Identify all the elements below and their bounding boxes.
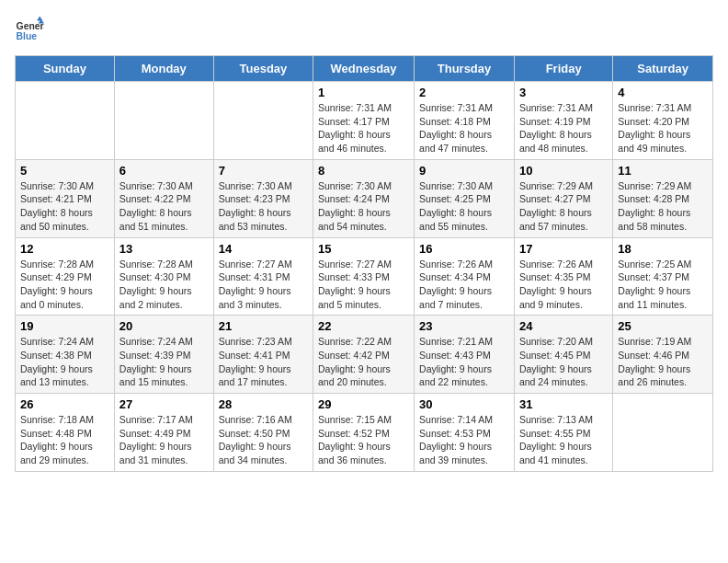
- day-number: 20: [119, 319, 209, 333]
- day-number: 5: [20, 164, 109, 178]
- day-number: 10: [519, 164, 608, 178]
- svg-text:Blue: Blue: [17, 31, 38, 41]
- day-number: 1: [318, 86, 409, 99]
- day-info: Sunrise: 7:28 AM Sunset: 4:29 PM Dayligh…: [20, 258, 109, 312]
- calendar-cell: [16, 82, 115, 160]
- day-info: Sunrise: 7:24 AM Sunset: 4:39 PM Dayligh…: [119, 335, 209, 389]
- day-number: 19: [20, 319, 109, 333]
- day-info: Sunrise: 7:19 AM Sunset: 4:46 PM Dayligh…: [618, 335, 708, 389]
- calendar-body: 1Sunrise: 7:31 AM Sunset: 4:17 PM Daylig…: [16, 82, 713, 472]
- logo-icon: General Blue: [15, 15, 44, 44]
- day-info: Sunrise: 7:26 AM Sunset: 4:34 PM Dayligh…: [419, 258, 509, 312]
- day-number: 30: [419, 397, 509, 411]
- day-info: Sunrise: 7:23 AM Sunset: 4:41 PM Dayligh…: [219, 335, 308, 389]
- logo: General Blue: [15, 15, 44, 44]
- day-info: Sunrise: 7:14 AM Sunset: 4:53 PM Dayligh…: [419, 413, 509, 467]
- day-number: 8: [318, 164, 409, 178]
- day-info: Sunrise: 7:31 AM Sunset: 4:19 PM Dayligh…: [519, 101, 608, 155]
- day-number: 17: [519, 242, 608, 256]
- calendar-cell: 1Sunrise: 7:31 AM Sunset: 4:17 PM Daylig…: [313, 82, 415, 160]
- day-info: Sunrise: 7:30 AM Sunset: 4:25 PM Dayligh…: [419, 179, 509, 234]
- calendar-cell: 24Sunrise: 7:20 AM Sunset: 4:45 PM Dayli…: [514, 316, 612, 394]
- day-number: 7: [219, 164, 308, 178]
- calendar-cell: 3Sunrise: 7:31 AM Sunset: 4:19 PM Daylig…: [514, 82, 612, 160]
- day-number: 29: [318, 397, 409, 411]
- day-number: 28: [219, 397, 308, 411]
- day-number: 18: [618, 242, 708, 256]
- day-number: 3: [519, 86, 608, 99]
- calendar-cell: 7Sunrise: 7:30 AM Sunset: 4:23 PM Daylig…: [213, 159, 313, 237]
- day-info: Sunrise: 7:31 AM Sunset: 4:18 PM Dayligh…: [419, 101, 509, 155]
- day-of-week-header: Monday: [114, 56, 213, 82]
- calendar-cell: 25Sunrise: 7:19 AM Sunset: 4:46 PM Dayli…: [613, 316, 713, 394]
- calendar-cell: [613, 394, 713, 472]
- day-number: 25: [618, 319, 708, 333]
- day-info: Sunrise: 7:24 AM Sunset: 4:38 PM Dayligh…: [20, 335, 109, 389]
- calendar-cell: 11Sunrise: 7:29 AM Sunset: 4:28 PM Dayli…: [613, 159, 713, 237]
- calendar-cell: 18Sunrise: 7:25 AM Sunset: 4:37 PM Dayli…: [613, 237, 713, 316]
- calendar-cell: 17Sunrise: 7:26 AM Sunset: 4:35 PM Dayli…: [514, 237, 612, 316]
- day-number: 23: [419, 319, 509, 333]
- day-number: 22: [318, 319, 409, 333]
- day-number: 31: [519, 397, 608, 411]
- calendar-cell: 30Sunrise: 7:14 AM Sunset: 4:53 PM Dayli…: [415, 394, 515, 472]
- day-number: 9: [419, 164, 509, 178]
- day-number: 15: [318, 242, 409, 256]
- day-info: Sunrise: 7:13 AM Sunset: 4:55 PM Dayligh…: [519, 413, 608, 467]
- calendar-week-row: 19Sunrise: 7:24 AM Sunset: 4:38 PM Dayli…: [16, 316, 713, 394]
- calendar-cell: 8Sunrise: 7:30 AM Sunset: 4:24 PM Daylig…: [313, 159, 415, 237]
- day-of-week-header: Tuesday: [213, 56, 313, 82]
- svg-marker-2: [37, 17, 42, 21]
- calendar-cell: 10Sunrise: 7:29 AM Sunset: 4:27 PM Dayli…: [514, 159, 612, 237]
- day-number: 4: [618, 86, 708, 99]
- calendar-cell: 26Sunrise: 7:18 AM Sunset: 4:48 PM Dayli…: [16, 394, 115, 472]
- calendar-cell: 27Sunrise: 7:17 AM Sunset: 4:49 PM Dayli…: [114, 394, 213, 472]
- calendar-cell: 4Sunrise: 7:31 AM Sunset: 4:20 PM Daylig…: [613, 82, 713, 160]
- calendar-cell: 12Sunrise: 7:28 AM Sunset: 4:29 PM Dayli…: [16, 237, 115, 316]
- calendar-cell: 13Sunrise: 7:28 AM Sunset: 4:30 PM Dayli…: [114, 237, 213, 316]
- day-info: Sunrise: 7:17 AM Sunset: 4:49 PM Dayligh…: [119, 413, 209, 467]
- day-of-week-header: Sunday: [16, 56, 115, 82]
- calendar-header: SundayMondayTuesdayWednesdayThursdayFrid…: [16, 56, 713, 82]
- day-number: 12: [20, 242, 109, 256]
- calendar-table: SundayMondayTuesdayWednesdayThursdayFrid…: [15, 55, 713, 472]
- day-number: 14: [219, 242, 308, 256]
- calendar-week-row: 1Sunrise: 7:31 AM Sunset: 4:17 PM Daylig…: [16, 82, 713, 160]
- calendar-week-row: 26Sunrise: 7:18 AM Sunset: 4:48 PM Dayli…: [16, 394, 713, 472]
- day-info: Sunrise: 7:30 AM Sunset: 4:24 PM Dayligh…: [318, 179, 409, 234]
- calendar-week-row: 5Sunrise: 7:30 AM Sunset: 4:21 PM Daylig…: [16, 159, 713, 237]
- day-number: 11: [618, 164, 708, 178]
- day-info: Sunrise: 7:20 AM Sunset: 4:45 PM Dayligh…: [519, 335, 608, 389]
- day-info: Sunrise: 7:30 AM Sunset: 4:21 PM Dayligh…: [20, 179, 109, 234]
- calendar-cell: [213, 82, 313, 160]
- day-info: Sunrise: 7:29 AM Sunset: 4:28 PM Dayligh…: [618, 179, 708, 234]
- calendar-cell: 19Sunrise: 7:24 AM Sunset: 4:38 PM Dayli…: [16, 316, 115, 394]
- day-info: Sunrise: 7:31 AM Sunset: 4:20 PM Dayligh…: [618, 101, 708, 155]
- day-info: Sunrise: 7:27 AM Sunset: 4:31 PM Dayligh…: [219, 258, 308, 312]
- day-of-week-header: Wednesday: [313, 56, 415, 82]
- day-of-week-header: Friday: [514, 56, 612, 82]
- calendar-cell: 16Sunrise: 7:26 AM Sunset: 4:34 PM Dayli…: [415, 237, 515, 316]
- day-info: Sunrise: 7:29 AM Sunset: 4:27 PM Dayligh…: [519, 179, 608, 234]
- day-info: Sunrise: 7:16 AM Sunset: 4:50 PM Dayligh…: [219, 413, 308, 467]
- calendar-cell: 15Sunrise: 7:27 AM Sunset: 4:33 PM Dayli…: [313, 237, 415, 316]
- calendar-cell: 6Sunrise: 7:30 AM Sunset: 4:22 PM Daylig…: [114, 159, 213, 237]
- day-number: 16: [419, 242, 509, 256]
- day-info: Sunrise: 7:30 AM Sunset: 4:22 PM Dayligh…: [119, 179, 209, 234]
- day-info: Sunrise: 7:22 AM Sunset: 4:42 PM Dayligh…: [318, 335, 409, 389]
- day-info: Sunrise: 7:21 AM Sunset: 4:43 PM Dayligh…: [419, 335, 509, 389]
- calendar-cell: 5Sunrise: 7:30 AM Sunset: 4:21 PM Daylig…: [16, 159, 115, 237]
- calendar-cell: 22Sunrise: 7:22 AM Sunset: 4:42 PM Dayli…: [313, 316, 415, 394]
- day-info: Sunrise: 7:31 AM Sunset: 4:17 PM Dayligh…: [318, 101, 409, 155]
- day-info: Sunrise: 7:30 AM Sunset: 4:23 PM Dayligh…: [219, 179, 308, 234]
- calendar-cell: 20Sunrise: 7:24 AM Sunset: 4:39 PM Dayli…: [114, 316, 213, 394]
- day-number: 24: [519, 319, 608, 333]
- calendar-cell: 9Sunrise: 7:30 AM Sunset: 4:25 PM Daylig…: [415, 159, 515, 237]
- day-info: Sunrise: 7:18 AM Sunset: 4:48 PM Dayligh…: [20, 413, 109, 467]
- day-info: Sunrise: 7:25 AM Sunset: 4:37 PM Dayligh…: [618, 258, 708, 312]
- calendar-cell: [114, 82, 213, 160]
- calendar-cell: 21Sunrise: 7:23 AM Sunset: 4:41 PM Dayli…: [213, 316, 313, 394]
- day-info: Sunrise: 7:15 AM Sunset: 4:52 PM Dayligh…: [318, 413, 409, 467]
- day-number: 21: [219, 319, 308, 333]
- calendar-cell: 28Sunrise: 7:16 AM Sunset: 4:50 PM Dayli…: [213, 394, 313, 472]
